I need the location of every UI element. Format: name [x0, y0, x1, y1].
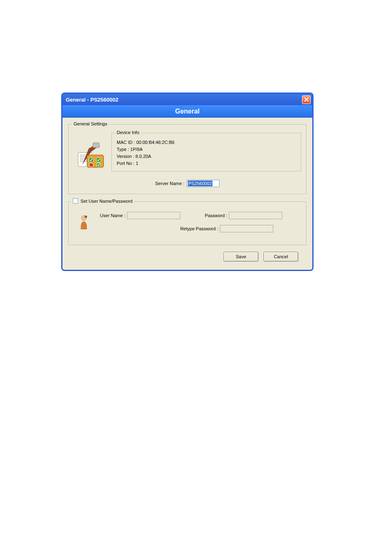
device-info-macid: MAC ID : 00:00:B4:46:2C:B6 — [117, 139, 296, 146]
svg-point-10 — [89, 163, 93, 167]
svg-rect-6 — [93, 143, 99, 148]
password-label: Password : — [190, 213, 227, 218]
credentials-area: User Name : Password : Retype Password : — [74, 212, 301, 238]
retype-row: Retype Password : — [97, 225, 301, 232]
svg-point-13 — [85, 215, 87, 218]
user-icon-area — [76, 214, 92, 231]
header-band-text: General — [175, 108, 200, 115]
set-credentials-row: Set User Name/Password — [71, 198, 134, 204]
general-settings-legend: General Settings — [72, 121, 109, 126]
device-info-legend: Device Info — [115, 130, 141, 135]
device-info-portno: Port No : 1 — [117, 160, 296, 167]
close-button[interactable] — [302, 95, 311, 104]
retype-password-input[interactable] — [220, 225, 273, 232]
username-input[interactable] — [127, 212, 180, 219]
save-button[interactable]: Save — [224, 252, 258, 262]
device-info-fieldset: Device Info MAC ID : 00:00:B4:46:2C:B6 T… — [111, 133, 301, 171]
set-credentials-label: Set User Name/Password — [81, 199, 133, 204]
device-info-type: Type : 1P/8A — [117, 146, 296, 153]
header-band: General — [62, 105, 312, 118]
server-name-input[interactable]: PS2560002 — [187, 180, 219, 187]
settings-icon — [76, 140, 104, 170]
retype-label: Retype Password : — [97, 226, 218, 231]
username-row: User Name : Password : — [97, 212, 301, 219]
general-settings-fieldset: General Settings — [68, 124, 307, 194]
dialog-content: General Settings — [62, 118, 312, 270]
user-icon — [78, 214, 90, 231]
general-settings-body: Device Info MAC ID : 00:00:B4:46:2C:B6 T… — [74, 131, 301, 171]
password-input[interactable] — [229, 212, 282, 219]
button-row: Save Cancel — [68, 252, 307, 264]
server-name-row: Server Name : PS2560002 — [74, 180, 301, 187]
credentials-fields: User Name : Password : Retype Password : — [97, 212, 301, 238]
titlebar: General - PS2560002 — [62, 94, 312, 105]
server-name-label: Server Name : — [155, 181, 184, 186]
titlebar-text: General - PS2560002 — [66, 97, 118, 103]
set-credentials-checkbox[interactable] — [73, 198, 78, 204]
credentials-fieldset: Set User Name/Password Use — [68, 202, 307, 245]
username-label: User Name : — [97, 213, 125, 218]
device-info-version: Version : 8.0.20A — [117, 153, 296, 160]
close-icon — [304, 97, 309, 102]
device-info-wrapper: Device Info MAC ID : 00:00:B4:46:2C:B6 T… — [111, 131, 301, 171]
cancel-button[interactable]: Cancel — [263, 252, 298, 262]
general-dialog: General - PS2560002 General General Sett… — [61, 93, 314, 271]
settings-icon-area — [74, 139, 106, 171]
